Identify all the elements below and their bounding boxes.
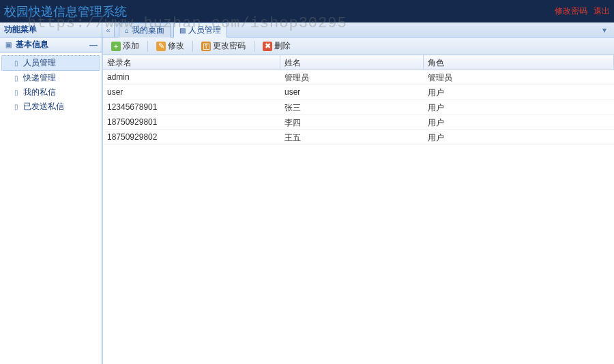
button-label: 添加 [123,40,139,52]
pencil-icon: ✎ [156,42,166,51]
sidebar-item-label: 人员管理 [23,57,56,69]
grid-body: admin 管理员 管理员 user user 用户 12345678901 张… [103,70,614,145]
plus-icon: + [111,42,121,51]
separator [192,41,193,52]
button-label: 更改密码 [213,40,246,52]
sidebar-item-label: 快递管理 [23,72,56,84]
button-label: 修改 [168,40,184,52]
secondary-bar: 功能菜单 « ⌂ 我的桌面 ▤ 人员管理 ▾ [0,22,614,37]
cell-name: user [280,85,424,100]
cell-login: 18750929801 [103,115,280,130]
page-icon: ▯ [12,103,20,111]
change-password-link[interactable]: 修改密码 [555,6,587,16]
add-button[interactable]: + 添加 [107,40,143,52]
logout-link[interactable]: 退出 [594,6,610,16]
cell-name: 管理员 [280,70,424,85]
cell-name: 李四 [280,115,424,130]
button-label: 删除 [274,40,291,52]
sidebar-item-sent[interactable]: ▯ 已发送私信 [1,100,100,114]
chevron-left-icon: « [106,26,110,34]
sidebar-item-label: 我的私信 [23,87,56,98]
table-row[interactable]: user user 用户 [103,85,614,100]
cell-login: user [103,85,280,100]
chevron-down-icon: ▾ [602,25,606,35]
cell-role: 用户 [424,100,614,115]
sidebar-item-label: 已发送私信 [23,101,64,112]
change-password-button[interactable]: ⚿ 更改密码 [197,40,250,52]
page-icon: ▯ [12,89,20,97]
title-bar: 校园快递信息管理系统 修改密码 退出 [0,0,614,22]
cell-login: 12345678901 [103,100,280,115]
page-icon: ▯ [12,59,20,67]
separator [254,41,254,52]
document-icon: ▤ [179,27,186,34]
cell-role: 用户 [424,115,614,130]
table-row[interactable]: 12345678901 张三 用户 [103,100,614,115]
column-header-name[interactable]: 姓名 [280,55,424,70]
trash-icon: ✖ [263,42,272,51]
page-icon: ▯ [12,74,20,82]
main-area: ▣ 基本信息 — ▯ 人员管理 ▯ 快递管理 ▯ 我的私信 ▯ 已发送私信 [0,37,614,364]
grid-header: 登录名 姓名 角色 [103,55,614,70]
cell-role: 管理员 [424,70,614,85]
tab-label: 我的桌面 [132,25,164,36]
sidebar-item-inbox[interactable]: ▯ 我的私信 [1,85,100,100]
sidebar-tree: ▯ 人员管理 ▯ 快递管理 ▯ 我的私信 ▯ 已发送私信 [0,52,102,117]
header-links: 修改密码 退出 [551,5,610,17]
home-icon: ⌂ [125,27,129,34]
tab-label: 人员管理 [188,25,221,36]
table-row[interactable]: admin 管理员 管理员 [103,70,614,85]
tabs-overflow-button[interactable]: ▾ [599,25,610,35]
tab-users[interactable]: ▤ 人员管理 [173,22,227,37]
cell-login: 18750929802 [103,130,280,145]
column-header-login[interactable]: 登录名 [103,55,280,70]
table-row[interactable]: 18750929801 李四 用户 [103,115,614,130]
app-title: 校园快递信息管理系统 [4,3,127,20]
edit-button[interactable]: ✎ 修改 [152,40,188,52]
column-header-role[interactable]: 角色 [424,55,614,70]
content-pane: + 添加 ✎ 修改 ⚿ 更改密码 ✖ 删除 登录名 姓名 角色 [102,37,614,364]
toolbar: + 添加 ✎ 修改 ⚿ 更改密码 ✖ 删除 [103,37,614,55]
accordion-title: 基本信息 [16,39,48,50]
collapse-icon: — [89,40,98,50]
accordion-header-basic-info[interactable]: ▣ 基本信息 — [0,37,102,52]
table-row[interactable]: 18750929802 王五 用户 [103,130,614,145]
cell-login: admin [103,70,280,85]
collapse-sidebar-button[interactable]: « [102,22,115,37]
sidebar: ▣ 基本信息 — ▯ 人员管理 ▯ 快递管理 ▯ 我的私信 ▯ 已发送私信 [0,37,102,364]
cell-name: 王五 [280,130,424,145]
sidebar-item-express[interactable]: ▯ 快递管理 [1,71,100,85]
key-icon: ⚿ [201,42,211,51]
cell-role: 用户 [424,130,614,145]
cell-role: 用户 [424,85,614,100]
sidebar-header: 功能菜单 [0,22,102,37]
tabs-area: ⌂ 我的桌面 ▤ 人员管理 ▾ [115,22,614,37]
sidebar-item-users[interactable]: ▯ 人员管理 [1,55,100,71]
sidebar-title: 功能菜单 [4,24,37,35]
delete-button[interactable]: ✖ 删除 [259,40,295,52]
separator [147,41,148,52]
folder-icon: ▣ [4,41,12,49]
cell-name: 张三 [280,100,424,115]
tab-desktop[interactable]: ⌂ 我的桌面 [119,22,171,37]
